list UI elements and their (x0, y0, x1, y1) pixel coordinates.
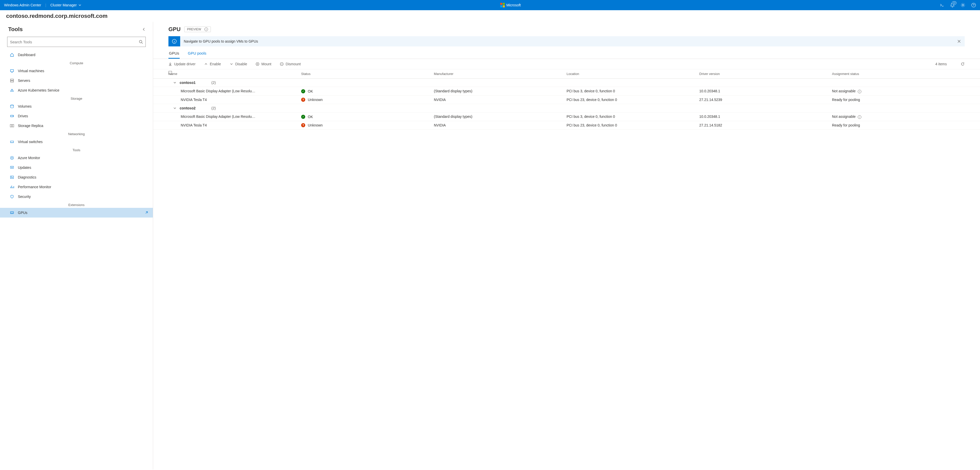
toolbar-label: Dismount (286, 62, 301, 66)
toolbar: Update driver Enable Disable Mount (153, 59, 980, 69)
chevron-down-icon (173, 107, 176, 110)
servers-icon (10, 78, 14, 83)
mount-button[interactable]: Mount (256, 62, 271, 66)
tabs: GPUsGPU pools (153, 46, 980, 59)
sidebar-item-aks[interactable]: Azure Kubernetes Service (0, 86, 153, 95)
sidebar-item-dashboard[interactable]: Dashboard (0, 50, 153, 60)
update-driver-button[interactable]: Update driver (169, 62, 196, 66)
svg-point-8 (13, 91, 14, 92)
cell-assignment: Not assignablei (832, 89, 965, 93)
aks-icon (10, 88, 14, 92)
refresh-button[interactable] (961, 62, 965, 66)
sidebar-item-label: Drives (18, 114, 28, 118)
gpu-table: Name Status Manufacturer Location Driver… (153, 69, 980, 470)
dismount-button[interactable]: Dismount (280, 62, 301, 66)
help-icon[interactable] (971, 3, 976, 7)
collapse-sidebar-icon[interactable] (142, 27, 146, 31)
svg-rect-14 (11, 141, 14, 143)
svg-rect-13 (12, 124, 14, 127)
svg-rect-3 (11, 70, 14, 71)
cell-manufacturer: (Standard display types) (434, 114, 566, 119)
cell-status: ✓OK (301, 114, 434, 119)
group-row[interactable]: contoso2(2) (153, 104, 980, 113)
status-unknown-icon: ? (301, 123, 305, 127)
cell-location: PCI bus 23, device 0, function 0 (566, 123, 699, 127)
table-row[interactable]: Microsoft Basic Display Adapter (Low Res… (153, 87, 980, 95)
storage-replica-icon (10, 124, 14, 128)
group-row[interactable]: contoso1(2) (153, 79, 980, 87)
col-driver[interactable]: Driver version (699, 71, 832, 77)
context-switcher[interactable]: Cluster Manager (50, 3, 81, 7)
svg-rect-19 (11, 212, 14, 213)
cell-name: Microsoft Basic Display Adapter (Low Res… (169, 114, 301, 119)
disable-button[interactable]: Disable (230, 62, 247, 66)
sidebar-item-updates[interactable]: Updates (0, 163, 153, 172)
sidebar-item-label: Updates (18, 165, 31, 170)
select-all-checkbox[interactable] (153, 71, 169, 77)
svg-point-1 (972, 3, 976, 7)
gpus-icon (10, 210, 14, 215)
nav-group-label: Storage (0, 95, 153, 102)
nav-group-label: Tools (0, 147, 153, 153)
preview-badge: PREVIEW i (184, 27, 211, 32)
banner-text: Navigate to GPU pools to assign VMs to G… (180, 36, 953, 46)
preview-label: PREVIEW (187, 27, 201, 31)
tools-sidebar: Tools DashboardComputeVirtual machinesSe… (0, 22, 153, 470)
sidebar-item-label: Virtual switches (18, 140, 43, 144)
col-name[interactable]: Name (169, 71, 301, 77)
col-status[interactable]: Status (301, 71, 434, 77)
tab-gpus[interactable]: GPUs (169, 51, 180, 59)
info-icon[interactable]: i (204, 27, 208, 31)
info-banner: Navigate to GPU pools to assign VMs to G… (169, 36, 965, 46)
svg-rect-12 (10, 124, 12, 127)
col-manufacturer[interactable]: Manufacturer (434, 71, 566, 77)
col-location[interactable]: Location (566, 71, 699, 77)
sidebar-item-label: Volumes (18, 104, 32, 108)
tools-title: Tools (8, 26, 23, 33)
sidebar-item-azure-monitor[interactable]: Azure Monitor (0, 153, 153, 163)
sidebar-item-diagnostics[interactable]: Diagnostics (0, 172, 153, 182)
search-input-field[interactable] (10, 40, 139, 44)
sidebar-item-security[interactable]: Security (0, 192, 153, 202)
sidebar-item-perfmon[interactable]: Performance Monitor (0, 182, 153, 192)
table-row[interactable]: NVIDIA Tesla T4?UnknownNVIDIAPCI bus 23,… (153, 95, 980, 104)
microsoft-logo (500, 3, 505, 7)
cloud-shell-icon[interactable] (940, 3, 944, 7)
col-assignment[interactable]: Assignment status (832, 71, 965, 77)
settings-icon[interactable] (961, 3, 965, 7)
sidebar-item-gpus[interactable]: GPUs (0, 208, 153, 218)
azure-monitor-icon (10, 156, 14, 160)
nav-list: DashboardComputeVirtual machinesServersA… (0, 50, 153, 470)
sidebar-item-label: Dashboard (18, 53, 35, 57)
tab-gpu-pools[interactable]: GPU pools (187, 51, 207, 59)
sidebar-item-servers[interactable]: Servers (0, 76, 153, 86)
svg-point-2 (139, 40, 142, 43)
vswitches-icon (10, 140, 14, 144)
table-row[interactable]: Microsoft Basic Display Adapter (Low Res… (153, 113, 980, 121)
info-icon[interactable]: i (858, 90, 861, 93)
notifications-icon[interactable]: 12 (950, 3, 955, 7)
info-icon[interactable]: i (858, 115, 861, 119)
cell-location: PCI bus 23, device 0, function 0 (566, 98, 699, 102)
banner-close-icon[interactable] (953, 36, 965, 46)
status-ok-icon: ✓ (301, 115, 305, 119)
cell-name: NVIDIA Tesla T4 (169, 123, 301, 127)
sidebar-item-vms[interactable]: Virtual machines (0, 66, 153, 76)
cell-manufacturer: NVIDIA (434, 98, 566, 102)
enable-button[interactable]: Enable (204, 62, 221, 66)
cell-assignment: Ready for pooling (832, 98, 965, 102)
sidebar-item-vswitches[interactable]: Virtual switches (0, 137, 153, 147)
svg-point-0 (962, 4, 964, 6)
search-icon (139, 40, 143, 44)
cell-driver: 10.0.20348.1 (699, 114, 832, 119)
table-row[interactable]: NVIDIA Tesla T4?UnknownNVIDIAPCI bus 23,… (153, 121, 980, 130)
sidebar-item-volumes[interactable]: Volumes (0, 102, 153, 111)
search-tools-input[interactable] (7, 37, 146, 47)
vms-icon (10, 68, 14, 73)
product-title[interactable]: Windows Admin Center (4, 3, 41, 7)
sidebar-item-storage-replica[interactable]: Storage Replica (0, 121, 153, 130)
cell-status: ?Unknown (301, 123, 434, 127)
chevron-down-icon (230, 62, 233, 66)
toolbar-label: Update driver (174, 62, 196, 66)
sidebar-item-drives[interactable]: Drives (0, 111, 153, 121)
